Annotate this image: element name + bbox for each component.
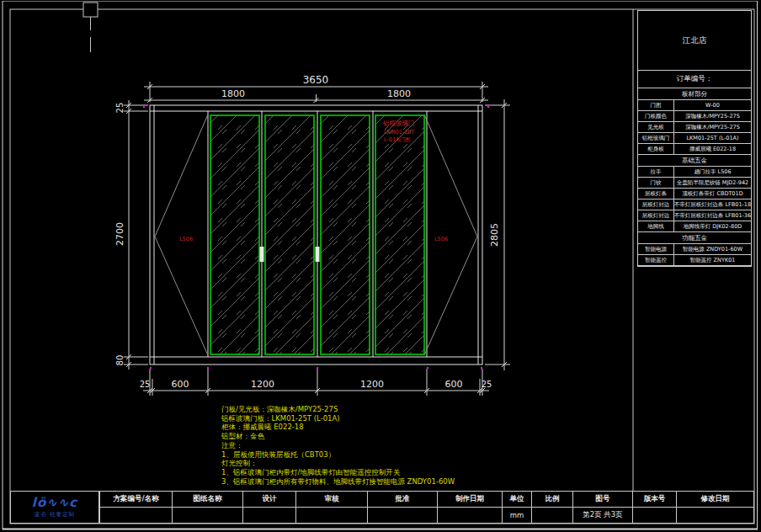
footer-header: 版本号 [633,492,676,508]
glass-leaf-1 [210,115,259,354]
footer-col-make-date: 制作日期 [437,492,502,523]
footer-header: 制作日期 [438,492,502,508]
footer-header: 图号 [573,492,632,508]
footer-header: 审核 [296,492,367,508]
footer-col-modify-date: 修改日期 [676,492,753,523]
dim-bottom-4: 600 [445,379,463,390]
door-tag-line1: 铝框玻璃门 [382,120,415,127]
footer-header: 方案编号/名称 [100,492,172,508]
footer-value [532,508,572,523]
glass-leaf-4 [375,115,424,354]
spec-value: 挪威晨曦 E022-18 [674,144,751,154]
footer-value [296,508,367,523]
footer-header: 单位 [503,492,531,508]
dim-bottom-5: 25 [482,380,492,389]
spec-value: 深咖橡木/MPY25-27S [674,111,751,121]
spec-row: 层板灯条 顶板灯条带灯 CBDT01D [638,189,751,200]
dim-bottom-2: 1200 [251,379,274,390]
spec-value: 智能遥控 ZNYK01 [674,255,751,265]
spec-row: 门板颜色 深咖橡木/MPY25-27S [638,111,751,122]
footer-header: 修改日期 [677,492,753,508]
footer-col-scheme: 方案编号/名称 [99,492,172,523]
handle-label-right: L506 [434,236,448,242]
footer-col-approve: 批准 [367,492,437,523]
footer-col-unit: 单位 mm [502,492,531,523]
footer-value [438,508,502,523]
revision-marker [83,3,98,52]
footer-col-review: 审核 [295,492,367,523]
door-tag-line3: L-01A门图 [384,136,411,143]
footer-header: 设计 [243,492,295,508]
spec-label: 层板灯封边 [638,200,674,210]
store-name: 江北店 [638,11,751,71]
dim-bottom-0: 25 [140,380,151,389]
dim-bottom-3: 1200 [360,379,384,390]
title-block: 江北店 订单编号： 板材部分 门图 W-00 门板颜色 深咖橡木/MPY25-2… [637,10,752,267]
spec-value: 不带灯层板灯封边条 LFB01-36 [674,210,751,221]
dim-overall-width: 3650 [303,74,329,86]
note-line: 柜体：挪威晨曦 E022-18 [221,423,455,432]
logo-icon: lö∿∿c [32,497,77,509]
spec-value: 智能电源 ZNDY01-60W [674,244,751,254]
company-logo: lö∿∿c 蓝谷·轻奢定制 [11,492,99,523]
section-board: 板材部分 [638,88,751,100]
note-line: 门板/见光板：深咖橡木/MPY25-27S [221,405,455,414]
spec-label: 见光板 [638,122,674,132]
dim-bottom-rail: 80 [115,355,125,366]
footer-value [633,508,676,523]
door-handle-icon [316,247,320,262]
footer-col-version: 版本号 [632,492,676,523]
footer-col-drawing-name: 图纸名称 [172,492,242,523]
spec-value: 地脚线带灯 DJK02-80D [674,221,751,231]
spec-row: 智能电源 智能电源 ZNDY01-60W [638,244,751,255]
footer-value [368,508,437,523]
note-line: 1、层板使用快装层板托（CBT03） [221,450,455,460]
spec-value: 不带灯层板灯封边条 LFB01-18 [674,200,751,210]
end-panel-swing-lines [155,114,477,355]
spec-row: 拉手 趟门拉手 L506 [638,167,751,178]
spec-row: 门铰 全盖陷半阻尼铰链 MJD2-942 [638,178,751,189]
note-line: 3、铝框玻璃门柜内所有带灯物料、地脚线带灯接智能电源 ZNDY01-60W [221,477,455,487]
spec-value: 深咖橡木/MPY25-27S [674,122,751,132]
door-handle-icon [260,247,264,262]
note-line: 注意： [221,441,455,450]
footer-header: 批准 [368,492,437,508]
glass-leaf-2 [265,115,314,354]
footer-value [173,508,242,523]
spec-value: 趟门拉手 L506 [674,167,751,177]
dim-body-height: 2700 [114,222,125,246]
spec-value: LKM01-25T (L-01A) [674,133,751,143]
logo-tagline: 蓝谷·轻奢定制 [35,511,75,519]
footer-value [677,508,753,523]
spec-label: 门铰 [638,178,674,188]
spec-label: 地脚线 [638,221,674,231]
footer-value: 第2页 共3页 [573,508,632,523]
spec-row: 地脚线 地脚线带灯 DJK02-80D [638,221,751,232]
note-line: 灯光控制： [221,459,455,468]
footer-title-bar: lö∿∿c 蓝谷·轻奢定制 方案编号/名称 图纸名称 设计 审核 批准 制作日期 [10,491,754,524]
footer-value [243,508,295,523]
section-function-hardware: 功能五金 [638,232,751,244]
spec-row: 层板灯封边 不带灯层板灯封边条 LFB01-18 [638,200,751,210]
section-basic-hardware: 基础五金 [638,155,751,167]
spec-row: 柜身板 挪威晨曦 E022-18 [638,144,751,155]
spec-label: 柜身板 [638,144,674,154]
spec-row: 见光板 深咖橡木/MPY25-27S [638,122,751,133]
footer-value [100,508,172,523]
spec-label: 门图 [638,100,674,110]
notes-block: 门板/见光板：深咖橡木/MPY25-27S 铝框玻璃门板：LKM01-25T (… [221,405,455,486]
door-tag-line2: LKM01-25T [384,129,414,136]
spec-row: 层板灯封边 不带灯层板灯封边条 LFB01-36 [638,210,751,221]
footer-col-design: 设计 [242,492,295,523]
footer-value: mm [503,508,531,523]
note-line: 1、铝框玻璃门柜内带灯/地脚线带灯由智能遥控控制开关 [221,468,455,477]
footer-header: 比例 [532,492,572,508]
spec-label: 智能电源 [638,244,674,254]
spec-label: 拉手 [638,167,674,177]
dim-right-width: 1800 [387,88,411,99]
spec-value: 顶板灯条带灯 CBDT01D [674,189,751,199]
spec-row: 门图 W-00 [638,100,751,111]
spec-label: 智能遥控 [638,255,674,265]
door-elevation: 铝框玻璃门 LKM01-25T L-01A门图 L506 L506 [150,105,482,364]
spec-row: 智能遥控 智能遥控 ZNYK01 [638,255,751,266]
